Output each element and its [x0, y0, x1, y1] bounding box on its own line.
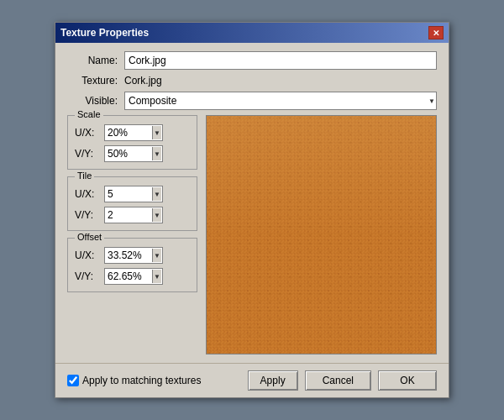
visible-select-wrapper: Composite On Off ▼	[124, 92, 437, 110]
scale-ux-label: U/X:	[75, 127, 104, 139]
ok-button[interactable]: OK	[378, 370, 437, 391]
name-input[interactable]	[124, 51, 437, 70]
tile-ux-label: U/X:	[75, 188, 104, 200]
tile-group-title: Tile	[75, 171, 94, 181]
texture-svg	[207, 116, 436, 354]
scale-ux-dropdown-wrapper: 20% 25% 50% 100% ▼	[104, 124, 163, 141]
tile-ux-select[interactable]: 1234 56810	[104, 186, 163, 202]
texture-preview	[206, 115, 437, 354]
tile-vy-select[interactable]: 1234 56810	[104, 207, 163, 223]
scale-vy-select[interactable]: 20% 25% 50% 100%	[104, 145, 163, 162]
offset-vy-select[interactable]: 0%10%20%50% 62.65%75%100%	[104, 268, 163, 285]
tile-ux-dropdown-wrapper: 1234 56810 ▼	[104, 186, 163, 202]
offset-ux-row: U/X: 0%10%20% 33.52%50%75%100% ▼	[75, 247, 190, 264]
texture-label: Texture:	[67, 75, 118, 87]
dialog-body: Name: Texture: Cork.jpg Visible: Composi…	[55, 43, 449, 363]
offset-vy-row: V/Y: 0%10%20%50% 62.65%75%100% ▼	[75, 268, 190, 285]
tile-vy-row: V/Y: 1234 56810 ▼	[75, 207, 190, 223]
left-panel: Scale U/X: 20% 25% 50% 100%	[67, 115, 197, 354]
offset-ux-dropdown-wrapper: 0%10%20% 33.52%50%75%100% ▼	[104, 247, 163, 264]
name-label: Name:	[67, 55, 118, 66]
checkbox-area: Apply to matching textures	[67, 375, 241, 386]
tile-vy-dropdown-wrapper: 1234 56810 ▼	[104, 207, 163, 223]
tile-group-content: U/X: 1234 56810 ▼ V/Y:	[75, 186, 190, 223]
tile-ux-row: U/X: 1234 56810 ▼	[75, 186, 190, 202]
tile-vy-label: V/Y:	[75, 209, 104, 221]
scale-vy-label: V/Y:	[75, 148, 104, 160]
apply-button[interactable]: Apply	[248, 370, 298, 391]
visible-label: Visible:	[67, 95, 118, 107]
scale-ux-select[interactable]: 20% 25% 50% 100%	[104, 124, 163, 141]
dialog-title: Texture Properties	[60, 27, 428, 39]
offset-group-content: U/X: 0%10%20% 33.52%50%75%100% ▼ V/Y:	[75, 247, 190, 285]
offset-vy-label: V/Y:	[75, 270, 104, 282]
texture-properties-dialog: Texture Properties ✕ Name: Texture: Cork…	[55, 22, 449, 398]
scale-group-content: U/X: 20% 25% 50% 100% ▼	[75, 124, 190, 162]
offset-ux-select[interactable]: 0%10%20% 33.52%50%75%100%	[104, 247, 163, 264]
scale-group-title: Scale	[75, 109, 103, 119]
scale-vy-row: V/Y: 20% 25% 50% 100% ▼	[75, 145, 190, 162]
scale-group: Scale U/X: 20% 25% 50% 100%	[67, 115, 197, 170]
title-bar: Texture Properties ✕	[55, 23, 449, 43]
offset-group-title: Offset	[75, 232, 104, 242]
visible-select[interactable]: Composite On Off	[124, 92, 437, 110]
main-content: Scale U/X: 20% 25% 50% 100%	[67, 115, 437, 354]
scale-vy-dropdown-wrapper: 20% 25% 50% 100% ▼	[104, 145, 163, 162]
texture-row: Texture: Cork.jpg	[67, 75, 437, 87]
close-button[interactable]: ✕	[428, 26, 444, 39]
apply-matching-checkbox[interactable]	[67, 375, 79, 386]
footer-buttons: Apply Cancel OK	[248, 370, 437, 391]
tile-group: Tile U/X: 1234 56810 ▼	[67, 176, 197, 231]
offset-vy-dropdown-wrapper: 0%10%20%50% 62.65%75%100% ▼	[104, 268, 163, 285]
cancel-button[interactable]: Cancel	[305, 370, 371, 391]
offset-group: Offset U/X: 0%10%20% 33.52%50%75%100% ▼	[67, 238, 197, 292]
offset-ux-label: U/X:	[75, 249, 104, 261]
svg-rect-16	[207, 116, 436, 235]
name-row: Name:	[67, 51, 437, 70]
texture-value: Cork.jpg	[124, 75, 437, 87]
apply-matching-label[interactable]: Apply to matching textures	[82, 375, 201, 386]
scale-ux-row: U/X: 20% 25% 50% 100% ▼	[75, 124, 190, 141]
footer: Apply to matching textures Apply Cancel …	[55, 363, 449, 397]
visible-row: Visible: Composite On Off ▼	[67, 92, 437, 110]
